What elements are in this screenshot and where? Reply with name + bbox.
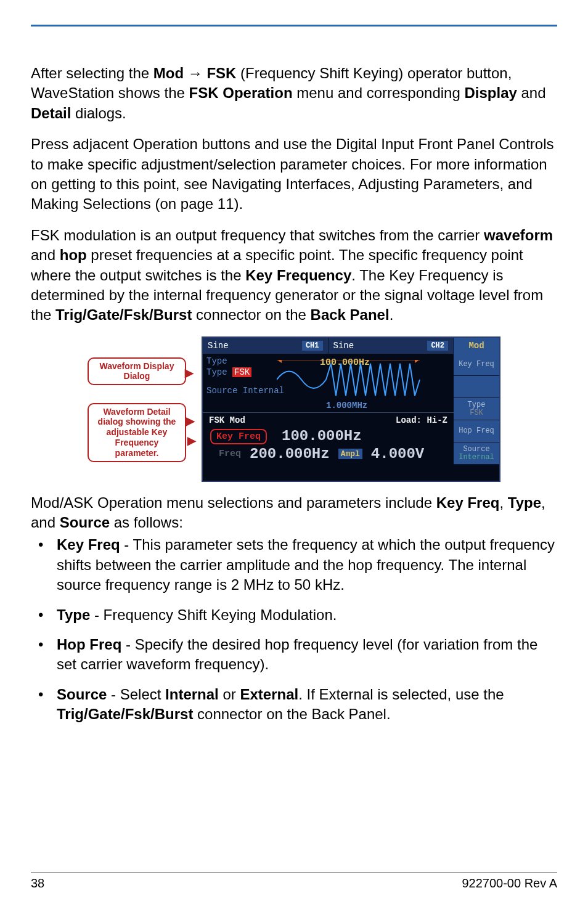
text: or (219, 686, 240, 703)
type-highlight: FSK (232, 367, 251, 377)
text: External (240, 686, 298, 703)
text: , (499, 494, 507, 511)
text: Key Frequency (245, 267, 351, 283)
source-value: Internal (459, 454, 494, 462)
softkey-type[interactable]: Type FSK (454, 398, 499, 420)
text: Dialog (94, 371, 180, 381)
key-freq-value: 100.000Hz (282, 428, 362, 444)
text: Source (60, 514, 110, 531)
softkey-hop-freq[interactable]: Hop Freq (454, 420, 499, 442)
text: Trig/Gate/Fsk/Burst (57, 706, 193, 722)
text: - Frequency Shift Keying Modulation. (90, 606, 337, 623)
callout-arrow-icon: ▶ (185, 366, 194, 380)
doc-id: 922700-00 Rev A (462, 876, 557, 891)
text: connector on the Back Panel. (193, 706, 390, 722)
ampl-label: Ampl (338, 449, 362, 459)
page-number: 38 (31, 876, 44, 891)
text: FSK modulation is an output frequency th… (31, 227, 484, 243)
waveform-icon (277, 360, 437, 399)
device-screenshot: Sine CH1 Sine CH2 Mod Type Type FSK S (202, 336, 500, 482)
callout-detail-dialog: Waveform Detail dialog showing the adjus… (88, 403, 186, 462)
text: parameter. (94, 448, 180, 459)
text: Type (508, 494, 541, 511)
page-footer: 38 922700-00 Rev A (31, 872, 557, 891)
paragraph-1: After selecting the Mod → FSK (Frequency… (31, 63, 557, 123)
header-rule (31, 25, 557, 26)
detail-header-left: FSK Mod (209, 415, 245, 425)
ampl-value: 4.000V (371, 446, 424, 462)
text: Mod/ASK Operation menu selections and pa… (31, 494, 436, 511)
list-item: Type - Frequency Shift Keying Modulation… (31, 605, 557, 625)
type-label: Type (206, 367, 227, 377)
ch2-tab: Sine CH2 (329, 338, 454, 354)
callout-display-dialog: Waveform Display Dialog (88, 357, 186, 386)
text: connector on the (192, 306, 310, 323)
freq-label: Freq (219, 449, 241, 459)
paragraph-4: Mod/ASK Operation menu selections and pa… (31, 493, 557, 533)
text: dialog showing the (94, 417, 180, 427)
source-line: Source Internal (206, 386, 284, 396)
text: adjustable Key (94, 427, 180, 438)
device-header: Sine CH1 Sine CH2 Mod (203, 338, 499, 354)
waveform-display-dialog: Type Type FSK Source Internal 100.000Hz … (203, 354, 454, 413)
list-item: Key Freq - This parameter sets the frequ… (31, 535, 557, 595)
freq-value: 200.000Hz (250, 446, 330, 462)
text: . If External is selected, use the (298, 686, 504, 703)
text: Back Panel (311, 306, 390, 323)
mod-tab: Mod (454, 338, 499, 354)
ch2-wave-label: Sine (333, 341, 354, 351)
text: Detail (31, 105, 71, 121)
text: Key Freq (436, 494, 500, 511)
detail-header-right: Load: Hi-Z (396, 415, 447, 425)
text: Frequency (94, 438, 180, 448)
text: and (517, 84, 546, 101)
text: Trig/Gate/Fsk/Burst (55, 306, 192, 323)
bullet-list: Key Freq - This parameter sets the frequ… (31, 535, 557, 724)
ch2-badge: CH2 (427, 341, 448, 351)
text: Mod → FSK (153, 65, 237, 81)
text: menu and corresponding (293, 84, 465, 101)
text: and (31, 247, 60, 263)
ch1-badge: CH1 (302, 341, 323, 351)
text: waveform (484, 227, 553, 243)
text: . (390, 306, 394, 323)
softkey-source[interactable]: Source Internal (454, 442, 499, 465)
text: Key Freq (57, 536, 120, 553)
text: Source (57, 686, 107, 703)
text: - Specify the desired hop frequency leve… (57, 636, 537, 672)
text: Hop Freq (57, 636, 121, 653)
text: Type (57, 606, 90, 623)
text: Display (464, 84, 517, 101)
key-freq-box: Key Freq (210, 429, 267, 444)
text: Waveform Detail (94, 407, 180, 417)
text: FSK Operation (189, 84, 293, 101)
paragraph-3: FSK modulation is an output frequency th… (31, 226, 557, 325)
type-value: FSK (470, 409, 483, 417)
text: - Select (107, 686, 165, 703)
ch1-wave-label: Sine (208, 341, 229, 351)
waveform-detail-dialog: FSK Mod Load: Hi-Z Key Freq 100.000Hz Fr… (203, 413, 454, 481)
text: Internal (165, 686, 219, 703)
device-figure: Waveform Display Dialog ▶ Waveform Detai… (88, 336, 500, 484)
paragraph-2: Press adjacent Operation buttons and use… (31, 134, 557, 214)
softkey-column: Key Freq Type FSK Hop Freq Source Intern… (454, 354, 499, 481)
ch1-tab: Sine CH1 (203, 338, 329, 354)
callout-arrow-icon: ▶ (186, 414, 195, 428)
text: - This parameter sets the frequency at w… (57, 536, 555, 593)
callout-arrow-icon: ▶ (187, 434, 196, 447)
softkey-blank[interactable] (454, 376, 499, 398)
type-label: Type (206, 356, 227, 366)
text: After selecting the (31, 65, 153, 81)
text: as follows: (110, 514, 183, 531)
softkey-key-freq[interactable]: Key Freq (454, 354, 499, 376)
list-item: Hop Freq - Specify the desired hop frequ… (31, 635, 557, 675)
text: Waveform Display (94, 361, 180, 372)
text: dialogs. (71, 105, 126, 121)
text: hop (60, 247, 87, 263)
freq-sub: 1.000MHz (326, 401, 367, 410)
list-item: Source - Select Internal or External. If… (31, 685, 557, 725)
